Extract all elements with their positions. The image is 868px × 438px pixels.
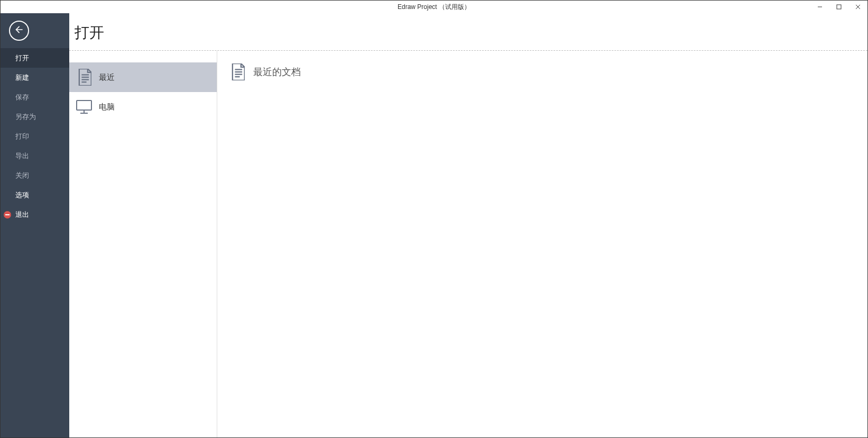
sidebar-item-label: 退出: [15, 210, 29, 220]
document-icon: [228, 62, 247, 81]
source-recent[interactable]: 最近: [69, 62, 217, 92]
sidebar-item-print[interactable]: 打印: [1, 126, 69, 146]
window-controls: [810, 1, 867, 13]
file-menu-sidebar: 打开 新建 保存 另存为 打印 导出 关闭 选项 退出: [1, 13, 69, 437]
sidebar-item-open[interactable]: 打开: [1, 48, 69, 68]
stop-icon: [4, 211, 11, 218]
sidebar-item-label: 另存为: [15, 112, 36, 122]
sidebar-item-save[interactable]: 保存: [1, 87, 69, 107]
source-computer-label: 电脑: [99, 102, 115, 112]
sidebar-item-label: 保存: [15, 93, 29, 102]
svg-rect-8: [77, 101, 91, 110]
window-title: Edraw Project （试用版）: [398, 3, 470, 12]
sidebar-item-exit[interactable]: 退出: [1, 205, 69, 224]
sidebar-item-label: 选项: [15, 190, 29, 200]
sidebar-item-label: 关闭: [15, 171, 29, 180]
sidebar-item-saveas[interactable]: 另存为: [1, 107, 69, 126]
sidebar-item-export[interactable]: 导出: [1, 146, 69, 166]
content-body: 最近 电脑: [69, 51, 867, 437]
source-computer[interactable]: 电脑: [69, 92, 217, 122]
sidebar-item-options[interactable]: 选项: [1, 185, 69, 205]
sidebar-item-label: 打开: [15, 53, 29, 63]
close-button[interactable]: [848, 1, 867, 13]
sidebar-item-close[interactable]: 关闭: [1, 166, 69, 185]
maximize-button[interactable]: [829, 1, 848, 13]
svg-rect-1: [837, 5, 841, 9]
sidebar-item-label: 打印: [15, 132, 29, 141]
sidebar-item-label: 导出: [15, 151, 29, 161]
page-title: 打开: [75, 23, 862, 43]
sidebar-item-label: 新建: [15, 73, 29, 83]
recent-documents-label: 最近的文档: [253, 66, 301, 78]
arrow-left-icon: [14, 24, 24, 37]
back-button[interactable]: [9, 21, 29, 41]
content-area: 打开 最近: [69, 13, 867, 437]
detail-panel: 最近的文档: [217, 51, 867, 437]
titlebar: Edraw Project （试用版）: [1, 1, 867, 13]
source-recent-label: 最近: [99, 72, 115, 83]
recent-documents-heading: 最近的文档: [228, 62, 857, 81]
open-source-panel: 最近 电脑: [69, 51, 217, 437]
minimize-button[interactable]: [810, 1, 829, 13]
computer-icon: [75, 97, 94, 116]
document-icon: [75, 68, 94, 87]
sidebar-item-new[interactable]: 新建: [1, 68, 69, 87]
content-header: 打开: [69, 13, 867, 51]
